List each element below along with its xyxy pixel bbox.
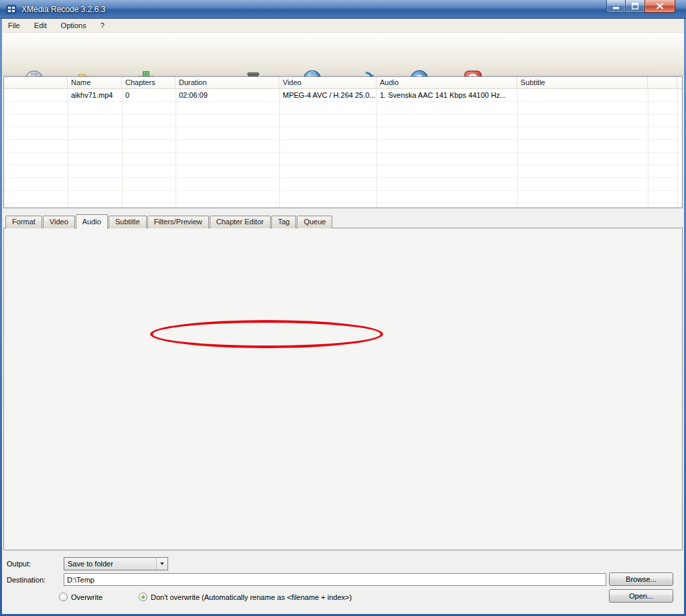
column-blank-end[interactable] (648, 77, 677, 88)
minimize-button[interactable] (606, 0, 626, 13)
column-subtitle[interactable]: Subtitle (517, 77, 648, 88)
app-window: XMedia Recode 3.2.6.3 File Edit Options … (0, 0, 686, 616)
window-controls (606, 0, 675, 13)
menu-edit[interactable]: Edit (28, 19, 53, 33)
output-mode-label: Output: (7, 557, 31, 570)
output-mode-value: Save to folder (68, 558, 154, 570)
tab-format[interactable]: Format (5, 216, 42, 228)
destination-label: Destination: (7, 573, 46, 587)
tab-tag[interactable]: Tag (271, 216, 297, 228)
tab-subtitle[interactable]: Subtitle (109, 216, 147, 228)
menu-help[interactable]: ? (94, 19, 111, 33)
job-cell-subtitle (517, 89, 648, 101)
menu-bar: File Edit Options ? (2, 19, 684, 33)
job-cell-audio: 1. Svenska AAC 141 Kbps 44100 Hz... (376, 89, 517, 101)
menu-file[interactable]: File (2, 19, 26, 33)
close-button[interactable] (644, 0, 675, 13)
open-button[interactable]: Open... (609, 589, 673, 603)
tab-video[interactable]: Video (43, 216, 75, 228)
column-audio[interactable]: Audio (376, 77, 517, 88)
job-list-header: Name Chapters Duration Video Audio Subti… (4, 77, 682, 89)
job-list-body: aikhv71.mp4 0 02:06:09 MPEG-4 AVC / H.26… (4, 89, 682, 208)
output-mode-select[interactable]: Save to folder (64, 557, 168, 570)
column-blank[interactable] (4, 77, 68, 88)
menu-options[interactable]: Options (55, 19, 92, 33)
overwrite-radio-label[interactable]: Overwrite (71, 593, 102, 602)
job-cell-name: aikhv71.mp4 (68, 89, 122, 101)
job-cell-blank (4, 89, 68, 101)
window-title: XMedia Recode 3.2.6.3 (21, 5, 105, 14)
tab-queue[interactable]: Queue (297, 216, 332, 228)
column-duration[interactable]: Duration (176, 77, 279, 88)
toolbar: DVD DVD/Blu-ra... Open File Add to queue… (2, 33, 684, 76)
tab-bar: Format Video Audio Subtitle Filters/Prev… (5, 214, 333, 229)
title-bar[interactable]: XMedia Recode 3.2.6.3 (0, 0, 686, 19)
dont-overwrite-radio-label[interactable]: Don't overwrite (Automatically rename as… (151, 593, 352, 602)
tab-audio[interactable]: Audio (76, 214, 108, 229)
job-row[interactable]: aikhv71.mp4 0 02:06:09 MPEG-4 AVC / H.26… (4, 89, 682, 102)
chevron-down-icon (156, 558, 167, 570)
job-cell-chapters: 0 (122, 89, 176, 101)
tab-chapter-editor[interactable]: Chapter Editor (210, 216, 271, 228)
column-video[interactable]: Video (279, 77, 376, 88)
app-icon (6, 4, 17, 15)
overwrite-radio[interactable] (59, 593, 68, 601)
column-chapters[interactable]: Chapters (122, 77, 176, 88)
maximize-button[interactable] (626, 0, 644, 13)
column-name[interactable]: Name (68, 77, 122, 88)
job-cell-duration: 02:06:09 (176, 89, 279, 101)
dont-overwrite-radio[interactable] (139, 593, 147, 601)
destination-input[interactable] (64, 573, 606, 586)
audio-tab-panel (3, 228, 683, 550)
browse-button[interactable]: Browse... (609, 572, 673, 586)
job-cell-video: MPEG-4 AVC / H.264 25.0... (279, 89, 376, 101)
tab-filters-preview[interactable]: Filters/Preview (147, 216, 209, 228)
job-list[interactable]: Name Chapters Duration Video Audio Subti… (3, 76, 683, 208)
window-frame-left (0, 19, 2, 616)
